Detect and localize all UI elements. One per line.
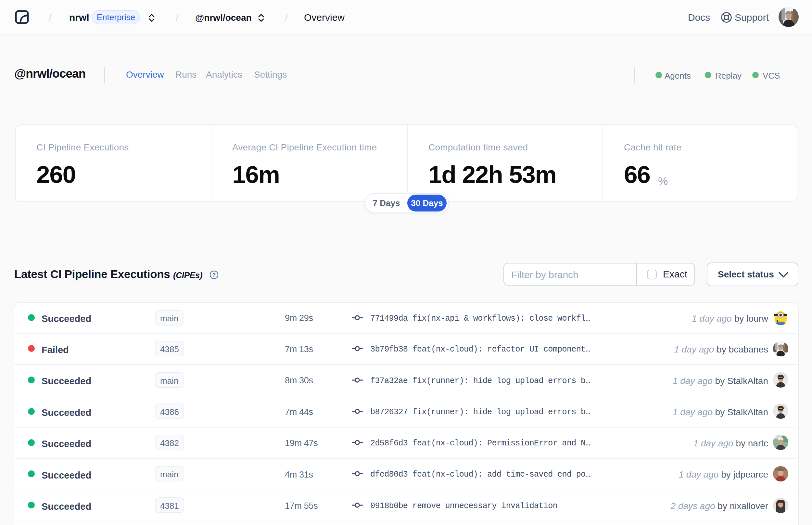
svg-text:?: ?	[212, 272, 216, 278]
